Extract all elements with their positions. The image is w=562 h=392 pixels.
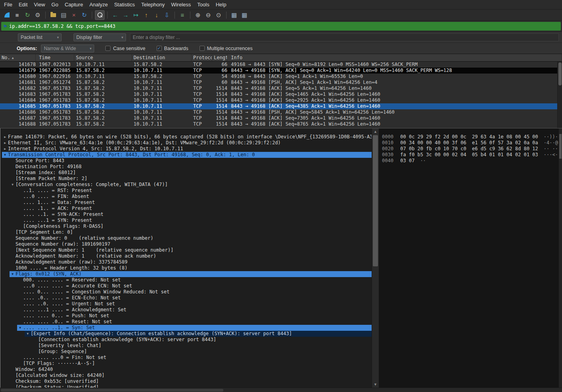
resize-columns-icon[interactable]: ▦ — [229, 10, 239, 20]
menu-item-telephony[interactable]: Telephony — [138, 0, 168, 9]
tree-collapse-icon[interactable]: ▾ — [10, 271, 16, 277]
detail-line[interactable]: ▾.... .... ..1. = Syn: Set — [0, 325, 372, 331]
detail-line[interactable]: ▾[Conversation completeness: Complete, W… — [0, 182, 372, 188]
tree-expand-icon[interactable]: ▸ — [2, 146, 8, 152]
zoom-out-icon[interactable]: ⊖ — [203, 10, 213, 20]
multiple-occurrences-checkbox-box[interactable] — [200, 46, 205, 51]
detail-line[interactable]: ▾[Expert Info (Chat/Sequence): Connectio… — [0, 331, 372, 337]
detail-line[interactable]: .... .... ...0 = Fin: Not set — [0, 355, 372, 361]
hex-row[interactable]: 000000 0c 29 29 f2 2d 00 0c 29 63 4a 1e … — [382, 134, 559, 140]
menu-item-capture[interactable]: Capture — [62, 0, 86, 9]
details-scrollbar[interactable]: ▲ ▼ — [372, 128, 379, 388]
detail-line[interactable]: .... 1... = Data: Present — [0, 200, 372, 206]
filter-bookmark-icon[interactable]: ⚑ — [1, 23, 9, 29]
detail-line[interactable]: .... 0... .... = Congestion Window Reduc… — [0, 289, 372, 295]
column-header-info[interactable]: Info — [227, 54, 562, 61]
packet-list-scrollbar-thumb[interactable] — [558, 62, 562, 85]
detail-line[interactable]: ..1. .... = RST: Present — [0, 188, 372, 194]
tree-expand-icon[interactable]: ▸ — [2, 134, 8, 140]
packet-row-141679[interactable]: 1416791967.02288515.87.58.210.10.7.11TCP… — [0, 68, 562, 74]
zoom-in-icon[interactable]: ⊕ — [193, 10, 203, 20]
char-width-select[interactable]: Narrow & Wide ▾ — [41, 45, 94, 52]
details-scrollbar-thumb[interactable] — [373, 135, 378, 266]
packet-row-141687[interactable]: 1416871967.05178315.87.58.210.10.7.11TCP… — [0, 115, 562, 121]
detail-line[interactable]: [Calculated window size: 64240] — [0, 373, 372, 378]
search-type-select[interactable]: Display filter ▾ — [74, 33, 126, 41]
packet-row-141681[interactable]: 1416811967.05127415.87.58.210.10.7.11TCP… — [0, 80, 562, 85]
packet-row-141684[interactable]: 1416841967.05178315.87.58.210.10.7.11TCP… — [0, 97, 562, 103]
tree-expand-icon[interactable]: ▸ — [2, 140, 8, 146]
detail-line[interactable]: .... .... 0... = Push: Not set — [0, 313, 372, 319]
backwards-checkbox[interactable]: ✓Backwards — [157, 46, 188, 51]
detail-line[interactable]: [Stream Packet Number: 2] — [0, 176, 372, 182]
packet-row-141683[interactable]: 1416831967.05178315.87.58.210.10.7.11TCP… — [0, 91, 562, 97]
detail-line[interactable]: ▾Flags: 0x012 (SYN, ACK) — [0, 271, 372, 277]
detail-line[interactable]: Sequence Number: 0 (relative sequence nu… — [0, 235, 372, 241]
case-sensitive-checkbox-box[interactable] — [105, 46, 110, 51]
backwards-checkbox-box[interactable]: ✓ — [157, 46, 162, 51]
detail-line[interactable]: ...0 .... = FIN: Absent — [0, 194, 372, 200]
reload-file-icon[interactable]: ↻ — [79, 10, 89, 20]
detail-line[interactable]: Source Port: 8443 — [0, 158, 372, 164]
bottom-scrollbar-thumb[interactable] — [1, 389, 223, 392]
bytes-scrollbar-thumb[interactable] — [559, 134, 562, 159]
column-header-source[interactable]: Source — [74, 54, 132, 61]
detail-line[interactable]: [Completeness Flags: R·DASS] — [0, 223, 372, 229]
detail-line[interactable]: ▸Ethernet II, Src: VMware_63:4a:1e (00:0… — [0, 140, 372, 146]
menu-item-file[interactable]: File — [1, 0, 16, 9]
hex-row[interactable]: 002007 0b 20 fb c0 10 70 c0 e6 d5 c9 36 … — [382, 146, 559, 152]
auto-scroll-icon[interactable]: ⇩ — [162, 10, 172, 20]
detail-line[interactable]: [TCP Segment Len: 0] — [0, 229, 372, 235]
hex-ascii[interactable]: ···<···· ········ — [544, 152, 559, 158]
hex-ascii[interactable]: ·· — [420, 158, 426, 164]
tree-collapse-icon[interactable]: ▾ — [17, 325, 23, 331]
capture-options-icon[interactable]: ⚙ — [33, 10, 43, 20]
go-forward-icon[interactable]: → — [121, 10, 130, 20]
case-sensitive-checkbox[interactable]: Case sensitive — [105, 46, 145, 51]
close-file-icon[interactable]: × — [69, 10, 79, 20]
column-header-no[interactable]: No.▲ — [0, 54, 36, 61]
detail-line[interactable]: [TCP Flags: ·······A··S·] — [0, 361, 372, 367]
packet-row-141685[interactable]: 1416851967.05178315.87.58.210.10.7.11TCP… — [0, 103, 562, 109]
detail-line[interactable]: [Group: Sequence] — [0, 349, 372, 355]
hex-row[interactable]: 0030fa f0 b5 3c 00 00 02 04 05 b4 01 01 … — [382, 152, 559, 158]
menu-item-wireless[interactable]: Wireless — [168, 0, 194, 9]
save-file-icon[interactable]: ▤ — [59, 10, 68, 20]
detail-line[interactable]: .... .... .0.. = Reset: Not set — [0, 319, 372, 325]
column-header-length[interactable]: Length — [212, 54, 227, 61]
start-capture-icon[interactable] — [2, 10, 12, 20]
menu-item-edit[interactable]: Edit — [16, 0, 31, 9]
packet-row-141686[interactable]: 1416861967.05178315.87.58.210.10.7.11TCP… — [0, 109, 562, 115]
menu-item-view[interactable]: View — [31, 0, 48, 9]
column-header-protocol[interactable]: Protocol — [192, 54, 212, 61]
hex-ascii[interactable]: ·· ···p· ···6b··· — [544, 146, 559, 152]
menu-item-statistics[interactable]: Statistics — [111, 0, 138, 9]
menu-item-analyze[interactable]: Analyze — [86, 0, 111, 9]
scroll-down-icon[interactable]: ▼ — [372, 381, 379, 388]
packet-row-141680[interactable]: 1416801967.02291610.10.7.1115.87.58.2TCP… — [0, 74, 562, 80]
resize-columns-alt-icon[interactable]: ▦ — [240, 10, 249, 20]
detail-line[interactable]: [Next Sequence Number: 1 (relative seque… — [0, 247, 372, 253]
packet-row-141688[interactable]: 1416881967.05178315.87.58.210.10.7.11TCP… — [0, 121, 562, 127]
go-back-icon[interactable]: ← — [110, 10, 120, 20]
tree-collapse-icon[interactable]: ▾ — [2, 152, 8, 158]
bottom-scrollbar[interactable] — [0, 388, 562, 392]
detail-line[interactable]: Window: 64240 — [0, 367, 372, 373]
open-file-icon[interactable] — [48, 10, 58, 20]
zoom-100-icon[interactable]: ⊙ — [214, 10, 223, 20]
display-filter-input[interactable]: ⚑ ip.addr==15.87.58.2 && tcp.port==8443 — [1, 22, 561, 31]
detail-line[interactable]: ▾Transmission Control Protocol, Src Port… — [0, 152, 372, 158]
packet-row-141678[interactable]: 1416781967.02201310.10.7.1115.87.58.2TCP… — [0, 62, 562, 68]
hex-bytes[interactable]: 07 0b 20 fb c0 10 70 c0 e6 d5 c9 36 62 8… — [400, 146, 538, 152]
find-input[interactable] — [130, 33, 559, 41]
hex-bytes[interactable]: 00 0c 29 29 f2 2d 00 0c 29 63 4a 1e 08 0… — [400, 134, 538, 140]
detail-line[interactable]: 1000 .... = Header Length: 32 bytes (8) — [0, 265, 372, 271]
packet-row-141682[interactable]: 1416821967.05178315.87.58.210.10.7.11TCP… — [0, 85, 562, 91]
detail-line[interactable]: .... ..1. = SYN-ACK: Present — [0, 212, 372, 217]
go-to-packet-icon[interactable]: ↦ — [131, 10, 141, 20]
hex-bytes[interactable]: 00 34 00 00 40 00 3f 06 e1 56 0f 57 3a 0… — [400, 140, 538, 146]
hex-ascii[interactable]: ··))·-·· )cJ···E· — [544, 134, 559, 140]
detail-line[interactable]: .... ...1 .... = Acknowledgment: Set — [0, 307, 372, 313]
hex-row[interactable]: 004003 07·· — [382, 158, 559, 164]
hex-row[interactable]: 001000 34 00 00 40 00 3f 06 e1 56 0f 57 … — [382, 140, 559, 146]
